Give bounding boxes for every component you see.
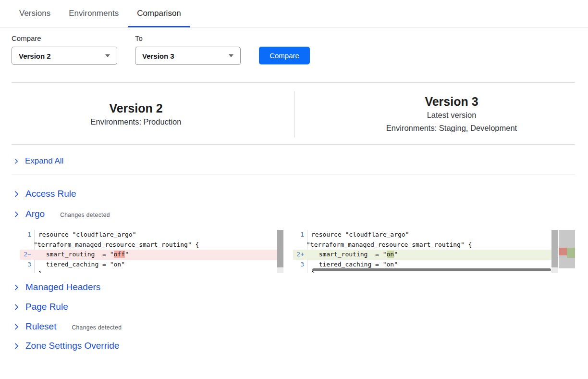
section-label: Zone Settings Override xyxy=(25,341,119,351)
to-label: To xyxy=(135,34,143,42)
tab-versions[interactable]: Versions xyxy=(19,0,50,27)
diff-line: 1 resource "cloudflare_argo" xyxy=(293,230,558,240)
scrollbar-thumb[interactable] xyxy=(551,230,558,267)
scrollbar-thumb[interactable] xyxy=(277,230,283,267)
section-zone-settings-override[interactable]: Zone Settings Override xyxy=(13,339,119,353)
chevron-right-icon xyxy=(13,324,20,330)
to-version-value: Version 3 xyxy=(142,52,229,60)
diff-line: 1 resource "cloudflare_argo" xyxy=(20,230,283,240)
chevron-right-icon xyxy=(13,304,20,310)
code-text: "terraform_managed_resource_smart_routin… xyxy=(306,240,472,250)
line-number xyxy=(20,240,35,250)
diff-line-wrap: "terraform_managed_resource_smart_routin… xyxy=(20,240,283,250)
section-label: Managed Headers xyxy=(25,282,100,292)
tab-environments[interactable]: Environments xyxy=(69,0,119,27)
line-number xyxy=(20,269,35,273)
code-text: "terraform_managed_resource_smart_routin… xyxy=(34,240,199,250)
section-access-rule[interactable]: Access Rule xyxy=(13,187,76,201)
minimap-added-marker xyxy=(567,248,575,258)
diff-line-removed: 2− smart_routing = "off" xyxy=(20,250,283,260)
tab-bar: Versions Environments Comparison xyxy=(0,0,588,27)
version-right-header: Version 3 Latest version Environments: S… xyxy=(328,91,575,138)
compare-version-value: Version 2 xyxy=(19,52,105,60)
column-divider xyxy=(294,91,294,138)
diff-line-added: 2+ smart_routing = "on" xyxy=(293,250,558,260)
version-right-environments: Environments: Staging, Development xyxy=(328,122,575,135)
diff-line: 3 tiered_caching = "on" xyxy=(293,260,558,270)
code-text: } xyxy=(35,269,42,273)
line-number: 2− xyxy=(20,250,35,260)
compare-label: Compare xyxy=(12,34,41,42)
chevron-right-icon xyxy=(13,343,20,349)
divider xyxy=(12,82,575,83)
version-left-environments: Environments: Production xyxy=(12,115,260,128)
line-number: 2+ xyxy=(293,250,307,260)
argo-diff-viewer: 1 resource "cloudflare_argo" "terraform_… xyxy=(0,230,588,273)
expand-all-label: Expand All xyxy=(25,156,63,166)
section-label: Access Rule xyxy=(25,189,76,199)
vertical-scrollbar[interactable] xyxy=(551,230,558,273)
section-label: Ruleset xyxy=(25,321,56,332)
line-number: 1 xyxy=(293,230,307,240)
line-number: 3 xyxy=(20,260,35,270)
divider xyxy=(12,144,575,145)
changes-detected-badge: Changes detected xyxy=(60,210,110,218)
code-text: tiered_caching = "on" xyxy=(35,260,125,270)
changes-detected-badge: Changes detected xyxy=(72,323,122,331)
version-left-title: Version 2 xyxy=(12,101,260,115)
section-label: Page Rule xyxy=(25,302,68,312)
version-left-header: Version 2 Environments: Production xyxy=(12,91,260,138)
diff-line-wrap: "terraform_managed_resource_smart_routin… xyxy=(293,240,558,250)
expand-all-link[interactable]: Expand All xyxy=(13,154,63,168)
diff-panel-left[interactable]: 1 resource "cloudflare_argo" "terraform_… xyxy=(20,230,283,273)
removed-word-highlight: off xyxy=(114,251,125,258)
chevron-right-icon xyxy=(13,191,20,197)
diff-line: } xyxy=(20,269,283,273)
code-text: smart_routing = "on" xyxy=(307,250,398,260)
code-text: smart_routing = "off" xyxy=(35,250,129,260)
diff-panel-right[interactable]: 1 resource "cloudflare_argo" "terraform_… xyxy=(293,230,558,273)
code-text: resource "cloudflare_argo" xyxy=(35,230,136,240)
section-argo[interactable]: Argo Changes detected xyxy=(13,207,110,221)
section-ruleset[interactable]: Ruleset Changes detected xyxy=(13,320,122,333)
compare-version-select[interactable]: Version 2 xyxy=(12,47,117,65)
divider xyxy=(12,175,575,175)
diff-line: 3 tiered_caching = "on" xyxy=(20,260,283,270)
compare-button[interactable]: Compare xyxy=(259,47,310,64)
tab-comparison[interactable]: Comparison xyxy=(137,0,181,27)
line-number xyxy=(293,269,307,273)
chevron-right-icon xyxy=(13,158,19,164)
section-managed-headers[interactable]: Managed Headers xyxy=(13,280,100,294)
vertical-scrollbar[interactable] xyxy=(277,230,283,273)
chevron-right-icon xyxy=(13,284,20,291)
line-number: 1 xyxy=(20,230,35,240)
horizontal-scrollbar[interactable] xyxy=(312,268,551,271)
version-right-title: Version 3 xyxy=(328,94,575,109)
chevron-down-icon xyxy=(105,54,110,57)
line-number: 3 xyxy=(293,260,307,270)
to-version-select[interactable]: Version 3 xyxy=(135,47,241,65)
added-word-highlight: on xyxy=(387,251,394,258)
version-right-subtitle: Latest version xyxy=(328,109,575,122)
line-number xyxy=(293,240,307,250)
minimap-removed-marker xyxy=(559,248,567,255)
code-text: tiered_caching = "on" xyxy=(307,260,398,270)
chevron-down-icon xyxy=(229,54,233,57)
chevron-right-icon xyxy=(13,211,20,217)
diff-minimap[interactable] xyxy=(559,230,575,268)
section-page-rule[interactable]: Page Rule xyxy=(13,300,68,314)
code-text: resource "cloudflare_argo" xyxy=(307,230,409,240)
section-label: Argo xyxy=(25,209,45,219)
